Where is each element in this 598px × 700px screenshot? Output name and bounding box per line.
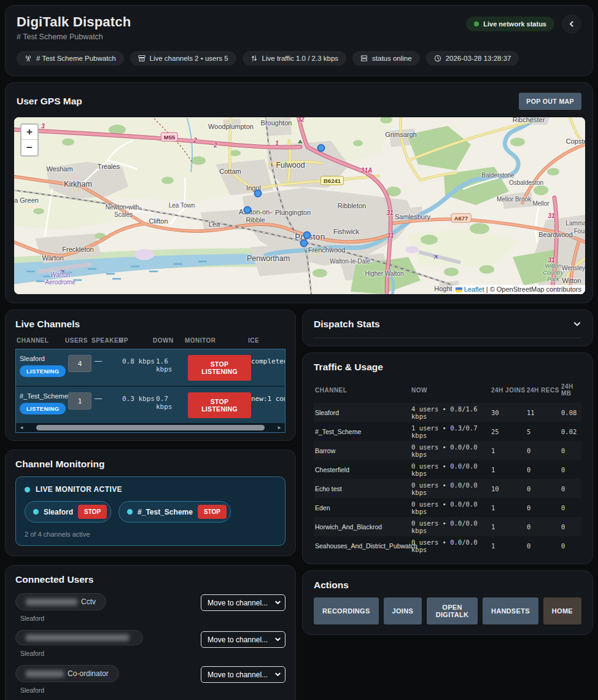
collapse-header-button[interactable]: [562, 14, 581, 34]
gps-marker[interactable]: [254, 190, 262, 198]
zoom-out-button[interactable]: −: [21, 140, 37, 155]
network-status-label: Live network status: [483, 20, 546, 28]
connected-users-title: Connected Users: [15, 574, 285, 585]
traffic-usage-title: Traffic & Usage: [314, 362, 581, 373]
stop-listening-button[interactable]: STOP LISTENING: [188, 355, 251, 381]
chip-scheme: # Test Scheme Pubwatch: [17, 51, 124, 66]
app-title: DigiTalk Dispatch: [17, 14, 131, 30]
leaflet-link[interactable]: Leaflet: [464, 286, 484, 293]
traffic-channel: #_Test_Scheme: [315, 428, 411, 435]
live-monitor-status: LIVE MONITOR ACTIVE: [36, 485, 122, 494]
traffic-row: Seahouses_And_District_Pubwatch 0 users …: [314, 536, 581, 555]
traffic-recs: 0: [527, 542, 561, 550]
user-name-visible: Co-ordinator: [68, 669, 109, 678]
move-to-channel-wrap: Move to channel...: [201, 631, 285, 648]
zoom-in-button[interactable]: +: [21, 125, 37, 140]
header-card: DigiTalk Dispatch # Test Scheme Pubwatch…: [5, 5, 593, 76]
network-status-badge: Live network status: [466, 17, 554, 31]
action-button[interactable]: RECORDINGS: [314, 597, 379, 624]
channel-row: Sleaford LISTENING 4 — 0.8 kbps 1.6 kbps…: [16, 349, 285, 387]
gps-map[interactable]: ✈ ✈ WoodplumptonBroughtonGrimsarghRibche…: [14, 117, 585, 294]
traffic-joins: 1: [491, 504, 527, 511]
traffic-now: 0 users • 0.0/0.0 kbps: [411, 500, 491, 515]
speaker-value: —: [95, 355, 122, 365]
move-to-channel-wrap: Move to channel...: [201, 666, 285, 683]
chevron-left-icon: [568, 20, 575, 28]
move-to-channel-wrap: Move to channel...: [201, 594, 285, 611]
col-24h-recs: 24H RECS: [527, 387, 561, 394]
chip-datetime: 2026-03-28 13:28:37: [426, 51, 519, 66]
traffic-arrows-icon: [250, 55, 258, 62]
stop-monitor-button[interactable]: STOP: [78, 505, 107, 519]
dispatch-stats-card: Dispatch Stats: [302, 309, 593, 346]
user-pill-button[interactable]: [15, 630, 143, 645]
chip-datetime-label: 2026-03-28 13:28:37: [446, 55, 511, 62]
col-ice: ICE: [248, 337, 285, 344]
channel-monitoring-card: Channel Monitoring LIVE MONITOR ACTIVE S…: [5, 449, 296, 556]
traffic-row: Barrow 0 users • 0.0/0.0 kbps 1 0 0: [314, 441, 581, 460]
horizontal-scrollbar[interactable]: ◄ ►: [16, 423, 285, 432]
listening-badge: LISTENING: [20, 403, 66, 414]
action-button[interactable]: OPEN DIGITALK: [427, 597, 478, 624]
traffic-row: Echo test 0 users • 0.0/0.0 kbps 10 0 0: [314, 479, 581, 498]
stop-monitor-button[interactable]: STOP: [198, 505, 227, 519]
traffic-rows: Sleaford 4 users • 0.8/1.6 kbps 30 11 0.…: [314, 403, 581, 555]
traffic-mb: 0: [561, 466, 581, 473]
col-24h-mb: 24H MB: [561, 383, 581, 397]
redacted-name: [26, 671, 64, 677]
traffic-joins: 30: [491, 409, 527, 416]
move-to-channel-select[interactable]: Move to channel...: [201, 666, 285, 683]
gps-marker[interactable]: [303, 231, 311, 239]
chip-status: status online: [352, 51, 420, 66]
traffic-channel: Seahouses_And_District_Pubwatch: [315, 542, 411, 550]
traffic-now: 0 users • 0.0/0.0 kbps: [411, 539, 491, 553]
connected-user-row: Sleaford Move to channel...: [15, 630, 285, 657]
chip-status-label: status online: [372, 55, 412, 62]
action-button[interactable]: HOME: [543, 597, 581, 624]
scroll-right-icon[interactable]: ►: [276, 425, 283, 430]
scrollbar-track[interactable]: [25, 425, 276, 430]
traffic-now: 4 users • 0.8/1.6 kbps: [411, 405, 491, 420]
connected-user-row: Co-ordinator Sleaford Move to channel...: [15, 665, 285, 694]
move-to-channel-select[interactable]: Move to channel...: [201, 594, 285, 611]
scroll-left-icon[interactable]: ◄: [18, 425, 25, 430]
traffic-recs: 11: [527, 409, 561, 416]
action-button[interactable]: JOINS: [384, 597, 422, 624]
chip-live-channels: Live channels 2 • users 5: [130, 51, 236, 66]
cyan-status-dot-icon: [25, 487, 30, 492]
traffic-now: 0 users • 0.0/0.0 kbps: [411, 519, 491, 534]
scrollbar-thumb[interactable]: [36, 425, 265, 430]
status-chips: # Test Scheme Pubwatch Live channels 2 •…: [17, 51, 581, 66]
user-pill-button[interactable]: Cctv: [15, 593, 106, 610]
col-speaker: SPEAKER: [91, 337, 119, 344]
server-icon: [360, 55, 368, 62]
traffic-mb: 0: [561, 485, 581, 492]
channel-row: #_Test_Scheme LISTENING 1 — 0.3 kbps 0.7…: [16, 387, 285, 423]
redacted-name: [26, 634, 129, 641]
move-to-channel-select[interactable]: Move to channel...: [201, 631, 285, 648]
traffic-recs: 0: [527, 523, 561, 531]
ice-status: new:1 complet: [251, 392, 285, 403]
traffic-row: Chesterfield 0 users • 0.0/0.0 kbps 1 0 …: [314, 460, 581, 479]
speaker-value: —: [95, 392, 122, 403]
header-titles: DigiTalk Dispatch # Test Scheme Pubwatch: [17, 14, 131, 41]
action-button[interactable]: HANDSETS: [483, 597, 538, 624]
gps-marker[interactable]: [317, 144, 325, 152]
traffic-channel: Barrow: [315, 447, 411, 454]
chevron-down-icon[interactable]: [573, 320, 581, 329]
cyan-dot-icon: [127, 509, 133, 515]
stop-listening-button[interactable]: STOP LISTENING: [188, 392, 251, 418]
traffic-joins: 1: [491, 466, 527, 473]
gps-marker[interactable]: [300, 239, 308, 247]
app-subtitle: # Test Scheme Pubwatch: [17, 33, 131, 41]
chip-live-channels-label: Live channels 2 • users 5: [150, 55, 228, 62]
traffic-mb: 0: [561, 523, 581, 531]
traffic-recs: 0: [527, 466, 561, 473]
user-pill-button[interactable]: Co-ordinator: [15, 665, 119, 682]
user-channel-label: Sleaford: [20, 650, 201, 657]
traffic-channel: Sleaford: [315, 409, 411, 416]
users-count: 4: [68, 355, 91, 372]
pop-out-map-button[interactable]: POP OUT MAP: [519, 93, 581, 110]
dispatch-stats-title: Dispatch Stats: [314, 319, 380, 330]
gps-marker[interactable]: [244, 206, 252, 214]
